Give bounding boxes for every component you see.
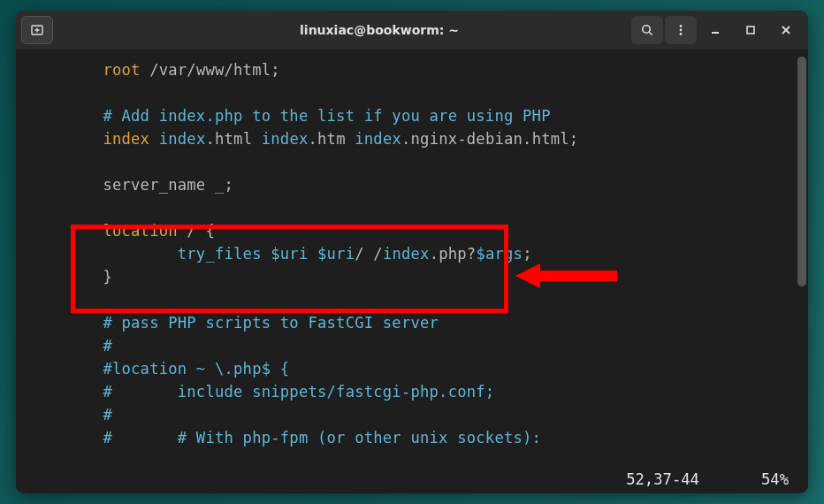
- new-tab-icon: [30, 23, 44, 37]
- maximize-button[interactable]: [734, 15, 767, 45]
- editor-content: root /var/www/html; # Add index.php to t…: [28, 58, 796, 449]
- window-title: linuxiac@bookworm: ~: [127, 23, 631, 37]
- svg-point-5: [680, 25, 683, 27]
- minimize-icon: [709, 24, 721, 36]
- code-line: # Add index.php to the list if you are u…: [28, 107, 551, 125]
- titlebar: linuxiac@bookworm: ~: [16, 11, 808, 50]
- code-line: #location ~ \.php$ {: [28, 360, 289, 378]
- svg-rect-9: [747, 27, 754, 34]
- svg-point-7: [680, 33, 683, 35]
- minimize-button[interactable]: [698, 15, 732, 45]
- code-line: }: [28, 268, 112, 286]
- code-line: try_files $uri $uri/ /index.php?$args;: [28, 245, 532, 263]
- code-line: #: [28, 406, 112, 424]
- code-line: server_name _;: [28, 176, 233, 194]
- svg-point-6: [680, 29, 683, 32]
- terminal-body[interactable]: root /var/www/html; # Add index.php to t…: [16, 50, 808, 493]
- code-line: # pass PHP scripts to FastCGI server: [28, 314, 439, 332]
- search-button[interactable]: [631, 16, 663, 44]
- hamburger-menu-icon: [674, 23, 688, 37]
- scroll-percent: 54%: [761, 470, 789, 488]
- code-line: root /var/www/html;: [28, 61, 280, 79]
- svg-point-3: [643, 26, 650, 33]
- close-icon: [780, 24, 792, 36]
- svg-line-4: [649, 32, 652, 34]
- terminal-window: linuxiac@bookworm: ~ root /var/www/html;: [16, 11, 808, 493]
- close-button[interactable]: [769, 15, 803, 45]
- code-line: #: [28, 337, 112, 355]
- code-line: # include snippets/fastcgi-php.conf;: [28, 383, 494, 401]
- vim-status-line: 52,37-4454%: [626, 470, 789, 488]
- scrollbar-thumb[interactable]: [797, 57, 806, 286]
- code-line: # # With php-fpm (or other unix sockets)…: [28, 429, 541, 447]
- menu-button[interactable]: [665, 16, 697, 44]
- new-tab-button[interactable]: [21, 16, 53, 44]
- cursor-position: 52,37-44: [626, 470, 699, 488]
- code-line: index index.html index.htm index.nginx-d…: [28, 130, 578, 148]
- titlebar-left: [21, 16, 127, 44]
- code-line: location / {: [28, 222, 215, 240]
- maximize-icon: [744, 24, 757, 36]
- titlebar-right: [631, 15, 803, 45]
- search-icon: [640, 23, 654, 37]
